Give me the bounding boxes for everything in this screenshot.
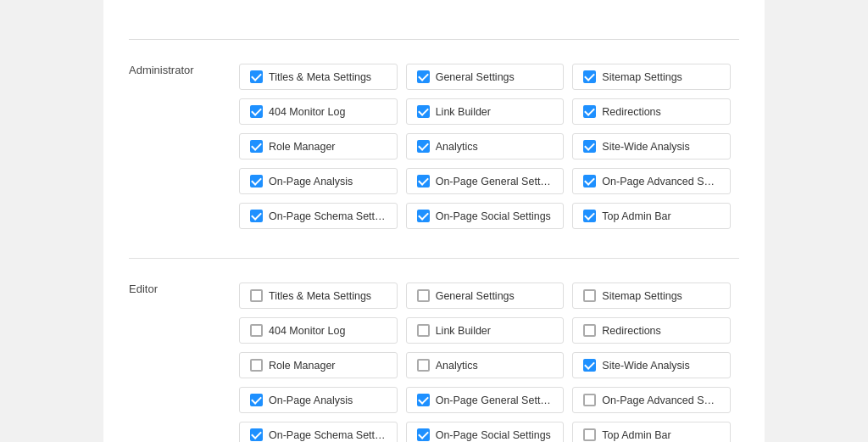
checkbox-editor-sitemap-settings[interactable] — [583, 289, 596, 302]
checkbox-item-editor-on-page-analysis[interactable]: On-Page Analysis — [239, 387, 398, 413]
checkbox-item-admin-on-page-general[interactable]: On-Page General Settings — [406, 168, 565, 194]
checkbox-label-editor-analytics: Analytics — [436, 360, 478, 372]
checkbox-editor-analytics[interactable] — [417, 359, 430, 372]
checkbox-label-admin-on-page-advanced: On-Page Advanced Settings — [602, 176, 720, 187]
checkbox-editor-on-page-schema[interactable] — [250, 428, 263, 441]
checkbox-item-admin-site-wide[interactable]: Site-Wide Analysis — [572, 133, 731, 159]
checkbox-label-editor-sitemap-settings: Sitemap Settings — [602, 290, 682, 302]
checkbox-item-editor-titles-meta[interactable]: Titles & Meta Settings — [239, 283, 398, 309]
checkbox-editor-redirections[interactable] — [583, 324, 596, 337]
checkbox-item-admin-on-page-schema[interactable]: On-Page Schema Settings — [239, 203, 398, 229]
checkbox-editor-on-page-advanced[interactable] — [583, 394, 596, 406]
checkbox-item-admin-sitemap-settings[interactable]: Sitemap Settings — [572, 64, 731, 90]
checkbox-item-editor-sitemap-settings[interactable]: Sitemap Settings — [572, 283, 731, 309]
checkbox-label-editor-role-manager: Role Manager — [269, 360, 336, 372]
checkbox-label-admin-role-manager: Role Manager — [269, 141, 336, 153]
page-header — [129, 25, 739, 40]
checkbox-editor-on-page-social[interactable] — [417, 428, 430, 441]
checkbox-admin-sitemap-settings[interactable] — [583, 70, 596, 83]
checkbox-editor-top-admin-bar[interactable] — [583, 428, 596, 441]
section-row-administrator-1: 404 Monitor LogLink BuilderRedirections — [239, 98, 731, 125]
checkbox-label-admin-on-page-general: On-Page General Settings — [436, 176, 554, 187]
checkbox-label-admin-redirections: Redirections — [602, 106, 660, 118]
checkbox-item-editor-analytics[interactable]: Analytics — [406, 352, 565, 378]
checkbox-item-editor-on-page-advanced[interactable]: On-Page Advanced Settings — [572, 387, 731, 413]
section-label-editor: Editor — [129, 283, 239, 295]
checkbox-label-admin-site-wide: Site-Wide Analysis — [602, 141, 690, 153]
checkbox-label-editor-on-page-social: On-Page Social Settings — [436, 429, 551, 441]
checkbox-label-editor-redirections: Redirections — [602, 325, 660, 337]
checkbox-item-editor-on-page-social[interactable]: On-Page Social Settings — [406, 422, 565, 442]
checkbox-editor-general-settings[interactable] — [417, 289, 430, 302]
checkbox-label-admin-on-page-schema: On-Page Schema Settings — [269, 210, 387, 222]
checkbox-admin-on-page-advanced[interactable] — [583, 175, 596, 187]
sections-container: AdministratorTitles & Meta SettingsGener… — [129, 64, 739, 442]
checkbox-admin-role-manager[interactable] — [250, 140, 263, 153]
checkbox-label-editor-site-wide: Site-Wide Analysis — [602, 360, 690, 372]
section-row-administrator-4: On-Page Schema SettingsOn-Page Social Se… — [239, 203, 731, 229]
checkbox-admin-titles-meta[interactable] — [250, 70, 263, 83]
section-content-administrator: Titles & Meta SettingsGeneral SettingsSi… — [239, 64, 731, 238]
checkbox-item-editor-top-admin-bar[interactable]: Top Admin Bar — [572, 422, 731, 442]
checkbox-admin-redirections[interactable] — [583, 105, 596, 118]
checkbox-item-admin-titles-meta[interactable]: Titles & Meta Settings — [239, 64, 398, 90]
section-label-administrator: Administrator — [129, 64, 239, 76]
checkbox-label-admin-on-page-social: On-Page Social Settings — [436, 210, 551, 222]
checkbox-admin-general-settings[interactable] — [417, 70, 430, 83]
checkbox-item-admin-link-builder[interactable]: Link Builder — [406, 98, 565, 125]
checkbox-item-admin-role-manager[interactable]: Role Manager — [239, 133, 398, 159]
checkbox-admin-on-page-social[interactable] — [417, 210, 430, 222]
checkbox-label-editor-on-page-schema: On-Page Schema Settings — [269, 429, 387, 441]
page-wrapper: AdministratorTitles & Meta SettingsGener… — [103, 0, 765, 442]
checkbox-admin-on-page-general[interactable] — [417, 175, 430, 187]
checkbox-editor-titles-meta[interactable] — [250, 289, 263, 302]
checkbox-admin-site-wide[interactable] — [583, 140, 596, 153]
checkbox-label-editor-top-admin-bar: Top Admin Bar — [602, 429, 670, 441]
checkbox-editor-404-monitor[interactable] — [250, 324, 263, 337]
checkbox-item-admin-on-page-advanced[interactable]: On-Page Advanced Settings — [572, 168, 731, 194]
section-row-editor-3: On-Page AnalysisOn-Page General Settings… — [239, 387, 731, 413]
checkbox-item-admin-general-settings[interactable]: General Settings — [406, 64, 565, 90]
checkbox-editor-role-manager[interactable] — [250, 359, 263, 372]
checkbox-item-editor-404-monitor[interactable]: 404 Monitor Log — [239, 317, 398, 344]
checkbox-admin-on-page-schema[interactable] — [250, 210, 263, 222]
section-administrator: AdministratorTitles & Meta SettingsGener… — [129, 64, 739, 238]
checkbox-item-admin-redirections[interactable]: Redirections — [572, 98, 731, 125]
checkbox-item-admin-analytics[interactable]: Analytics — [406, 133, 565, 159]
checkbox-item-editor-on-page-general[interactable]: On-Page General Settings — [406, 387, 565, 413]
section-row-administrator-2: Role ManagerAnalyticsSite-Wide Analysis — [239, 133, 731, 159]
checkbox-item-admin-on-page-social[interactable]: On-Page Social Settings — [406, 203, 565, 229]
checkbox-label-editor-titles-meta: Titles & Meta Settings — [269, 290, 371, 302]
checkbox-editor-on-page-analysis[interactable] — [250, 394, 263, 406]
checkbox-label-editor-on-page-advanced: On-Page Advanced Settings — [602, 394, 720, 406]
checkbox-label-editor-on-page-analysis: On-Page Analysis — [269, 394, 353, 406]
checkbox-label-editor-404-monitor: 404 Monitor Log — [269, 325, 345, 337]
section-row-administrator-3: On-Page AnalysisOn-Page General Settings… — [239, 168, 731, 194]
checkbox-item-admin-404-monitor[interactable]: 404 Monitor Log — [239, 98, 398, 125]
checkbox-item-admin-on-page-analysis[interactable]: On-Page Analysis — [239, 168, 398, 194]
checkbox-admin-link-builder[interactable] — [417, 105, 430, 118]
checkbox-label-admin-titles-meta: Titles & Meta Settings — [269, 71, 371, 83]
checkbox-label-admin-analytics: Analytics — [436, 141, 478, 153]
checkbox-item-editor-role-manager[interactable]: Role Manager — [239, 352, 398, 378]
checkbox-admin-404-monitor[interactable] — [250, 105, 263, 118]
checkbox-label-editor-general-settings: General Settings — [436, 290, 515, 302]
section-row-editor-2: Role ManagerAnalyticsSite-Wide Analysis — [239, 352, 731, 378]
checkbox-item-admin-top-admin-bar[interactable]: Top Admin Bar — [572, 203, 731, 229]
checkbox-editor-on-page-general[interactable] — [417, 394, 430, 406]
checkbox-label-admin-general-settings: General Settings — [436, 71, 515, 83]
checkbox-admin-analytics[interactable] — [417, 140, 430, 153]
checkbox-admin-top-admin-bar[interactable] — [583, 210, 596, 222]
checkbox-item-editor-redirections[interactable]: Redirections — [572, 317, 731, 344]
checkbox-editor-link-builder[interactable] — [417, 324, 430, 337]
checkbox-editor-site-wide[interactable] — [583, 359, 596, 372]
checkbox-item-editor-link-builder[interactable]: Link Builder — [406, 317, 565, 344]
checkbox-item-editor-on-page-schema[interactable]: On-Page Schema Settings — [239, 422, 398, 442]
section-editor: EditorTitles & Meta SettingsGeneral Sett… — [129, 283, 739, 442]
checkbox-label-admin-sitemap-settings: Sitemap Settings — [602, 71, 682, 83]
checkbox-admin-on-page-analysis[interactable] — [250, 175, 263, 187]
section-row-editor-0: Titles & Meta SettingsGeneral SettingsSi… — [239, 283, 731, 309]
checkbox-item-editor-site-wide[interactable]: Site-Wide Analysis — [572, 352, 731, 378]
checkbox-item-editor-general-settings[interactable]: General Settings — [406, 283, 565, 309]
checkbox-label-admin-link-builder: Link Builder — [436, 106, 491, 118]
